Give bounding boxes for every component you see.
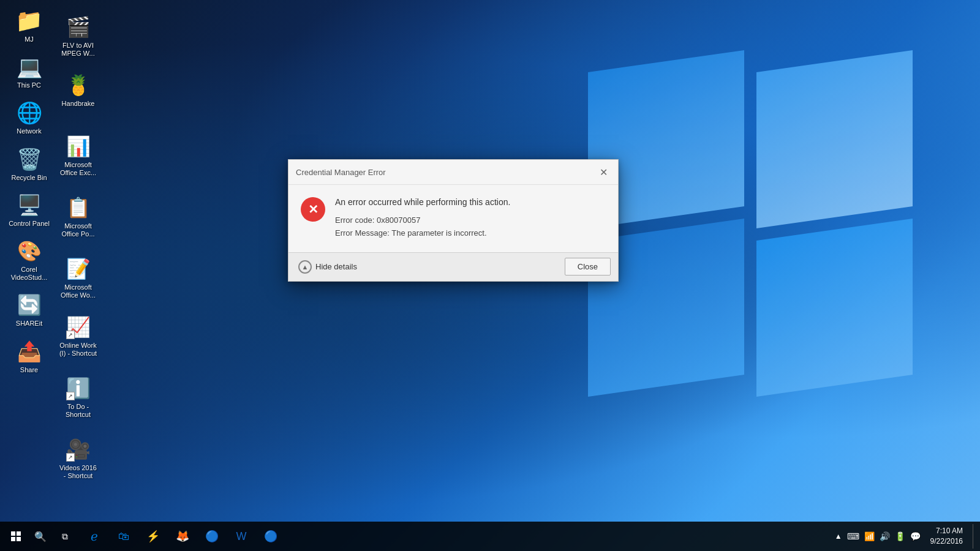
hide-details-button[interactable]: ▲ Hide details bbox=[296, 258, 360, 276]
dialog-footer: ▲ Hide details Close bbox=[288, 252, 618, 281]
action-center-icon[interactable]: 💬 bbox=[910, 531, 921, 541]
dialog-close-button[interactable]: ✕ bbox=[596, 165, 611, 179]
taskbar-store-icon[interactable]: 🛍 bbox=[110, 522, 137, 551]
close-button[interactable]: Close bbox=[565, 258, 611, 276]
dialog-body: ✕ An error occurred while performing thi… bbox=[288, 185, 618, 246]
search-button[interactable]: 🔍 bbox=[32, 522, 49, 551]
network-status-icon[interactable]: 📶 bbox=[864, 531, 875, 541]
dialog-error-code: Error code: 0x80070057 Error Message: Th… bbox=[335, 214, 606, 240]
dialog-main-message: An error occurred while performing this … bbox=[335, 197, 606, 207]
start-button[interactable] bbox=[2, 522, 29, 551]
dialog-title: Credential Manager Error bbox=[296, 168, 386, 177]
taskbar-left-area: 🔍 ⧉ ℯ 🛍 ⚡ 🦊 🔵 W 🔵 bbox=[0, 522, 284, 551]
taskbar-firefox-icon[interactable]: 🦊 bbox=[169, 522, 196, 551]
volume-icon[interactable]: 🔊 bbox=[880, 531, 890, 541]
battery-icon[interactable]: 🔋 bbox=[895, 531, 905, 541]
search-icon: 🔍 bbox=[34, 531, 47, 542]
clock-date: 9/22/2016 bbox=[930, 536, 963, 547]
taskbar-word-icon[interactable]: W bbox=[228, 522, 255, 551]
hide-details-label: Hide details bbox=[315, 262, 357, 271]
dialog-titlebar: Credential Manager Error ✕ bbox=[288, 160, 618, 185]
credential-manager-error-dialog: Credential Manager Error ✕ ✕ An error oc… bbox=[288, 159, 619, 282]
task-view-icon: ⧉ bbox=[62, 531, 68, 542]
chrome-2-icon: 🔵 bbox=[264, 530, 277, 543]
edge-icon: ℯ bbox=[91, 529, 98, 544]
windows-start-icon bbox=[11, 531, 21, 541]
taskbar: 🔍 ⧉ ℯ 🛍 ⚡ 🦊 🔵 W 🔵 ▲ ⌨ bbox=[0, 522, 980, 551]
chrome-1-icon: 🔵 bbox=[205, 530, 219, 543]
firefox-icon: 🦊 bbox=[176, 530, 189, 543]
dialog-overlay: Credential Manager Error ✕ ✕ An error oc… bbox=[0, 0, 980, 522]
taskbar-slash-icon[interactable]: ⚡ bbox=[140, 522, 167, 551]
chevron-up-icon: ▲ bbox=[298, 260, 312, 274]
slash-app-icon: ⚡ bbox=[146, 530, 160, 543]
task-view-button[interactable]: ⧉ bbox=[51, 522, 78, 551]
taskbar-chrome-2-icon[interactable]: 🔵 bbox=[257, 522, 284, 551]
keyboard-icon[interactable]: ⌨ bbox=[847, 531, 859, 541]
caret-up-icon[interactable]: ▲ bbox=[835, 532, 842, 541]
store-icon: 🛍 bbox=[118, 530, 129, 543]
taskbar-edge-icon[interactable]: ℯ bbox=[81, 522, 108, 551]
show-desktop-button[interactable] bbox=[973, 524, 975, 549]
error-icon: ✕ bbox=[301, 197, 325, 222]
word-app-icon: W bbox=[236, 530, 247, 543]
taskbar-chrome-1-icon[interactable]: 🔵 bbox=[198, 522, 225, 551]
clock-time: 7:10 AM bbox=[930, 526, 963, 536]
dialog-content: An error occurred while performing this … bbox=[335, 197, 606, 240]
system-clock[interactable]: 7:10 AM 9/22/2016 bbox=[925, 526, 968, 547]
notification-area: ▲ ⌨ 📶 🔊 🔋 💬 bbox=[835, 531, 921, 541]
taskbar-right-area: ▲ ⌨ 📶 🔊 🔋 💬 7:10 AM 9/22/2016 bbox=[835, 524, 980, 549]
